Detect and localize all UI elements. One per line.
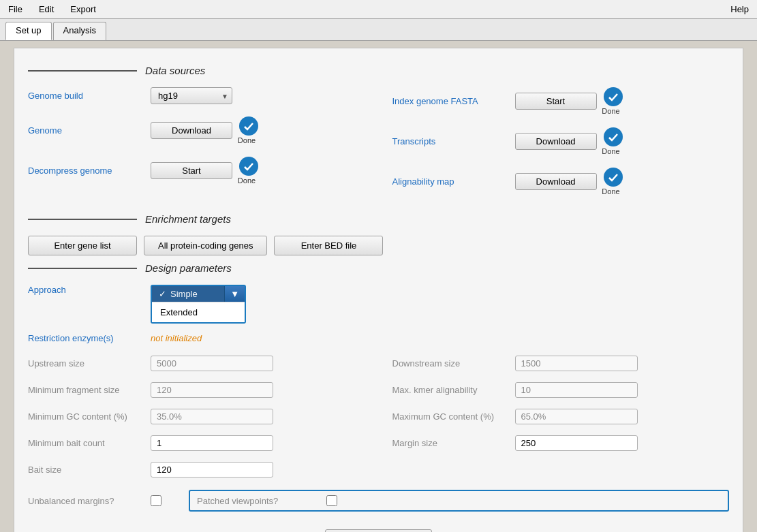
- bait-size-label: Bait size: [28, 465, 151, 475]
- design-params-grid: Upstream size Downstream size Minimum fr…: [28, 356, 729, 484]
- genome-build-select-wrapper: hg19 ▼: [151, 87, 232, 104]
- data-sources-grid: Genome build hg19 ▼ Genome Download Done: [28, 87, 729, 202]
- upstream-row: Upstream size: [28, 356, 365, 371]
- decompress-done-group: Done: [235, 157, 258, 185]
- min-fragment-row: Minimum fragment size: [28, 382, 365, 398]
- max-kmer-input[interactable]: [515, 382, 638, 398]
- genome-download-button[interactable]: Download: [151, 122, 232, 139]
- decompress-done-label: Done: [238, 176, 256, 185]
- unbalanced-margins-checkbox[interactable]: [151, 495, 161, 506]
- downstream-input[interactable]: [515, 356, 638, 371]
- enter-bed-file-button[interactable]: Enter BED file: [274, 236, 383, 255]
- restriction-not-initialized: not initialized: [151, 333, 202, 343]
- enrichment-header: Enrichment targets: [28, 213, 729, 225]
- genome-done-group: Done: [235, 116, 258, 144]
- restriction-enzyme-label: Restriction enzyme(s): [28, 333, 151, 343]
- min-gc-input[interactable]: [151, 409, 273, 424]
- genome-row: Genome Download Done: [28, 116, 365, 144]
- max-kmer-row: Max. kmer alignability: [392, 382, 730, 398]
- decompress-row: Decompress genome Start Done: [28, 157, 365, 185]
- menu-bar: File Edit Export Help: [0, 0, 757, 19]
- data-sources-title: Data sources: [145, 65, 205, 76]
- downstream-row: Downstream size: [392, 356, 730, 371]
- unbalanced-margins-label: Unbalanced margins?: [28, 496, 151, 506]
- menu-file[interactable]: File: [5, 3, 25, 16]
- data-sources-right: Index genome FASTA Start Done Transcript…: [392, 87, 730, 202]
- enrichment-title: Enrichment targets: [145, 213, 231, 225]
- genome-done-icon: [239, 116, 258, 136]
- alignability-row: Alignability map Download Done: [392, 168, 730, 195]
- max-kmer-label: Max. kmer alignability: [392, 385, 515, 395]
- patched-viewpoints-checkbox[interactable]: [326, 495, 337, 506]
- create-viewpoints-section: Create viewpoints!: [28, 521, 729, 532]
- min-bait-row: Minimum bait count: [28, 435, 365, 451]
- decompress-button[interactable]: Start: [151, 162, 232, 179]
- genome-build-row: Genome build hg19 ▼: [28, 87, 365, 104]
- enrichment-targets-row: Enter gene list All protein-coding genes…: [28, 236, 729, 255]
- transcripts-done-label: Done: [602, 147, 619, 155]
- min-bait-label: Minimum bait count: [28, 438, 151, 448]
- all-protein-coding-button[interactable]: All protein-coding genes: [144, 236, 267, 255]
- menu-edit[interactable]: Edit: [36, 3, 57, 16]
- alignability-done-group: Done: [600, 168, 623, 195]
- main-content: Data sources Genome build hg19 ▼ Genome …: [14, 48, 743, 532]
- alignability-label: Alignability map: [392, 176, 515, 187]
- patched-viewpoints-container: Patched viewpoints?: [189, 490, 729, 512]
- transcripts-label: Transcripts: [392, 136, 515, 146]
- data-sources-header: Data sources: [28, 65, 729, 76]
- upstream-label: Upstream size: [28, 358, 151, 369]
- alignability-done-label: Done: [602, 187, 619, 195]
- genome-build-select[interactable]: hg19: [151, 87, 232, 104]
- menu-export[interactable]: Export: [67, 3, 99, 16]
- decompress-done-icon: [239, 157, 258, 176]
- max-gc-row: Maximum GC content (%): [392, 409, 730, 424]
- empty-cell: [392, 462, 730, 484]
- enter-gene-list-button[interactable]: Enter gene list: [28, 236, 137, 255]
- downstream-label: Downstream size: [392, 358, 515, 369]
- approach-simple-label: Simple: [170, 289, 198, 299]
- index-done-icon: [604, 87, 623, 106]
- min-fragment-input[interactable]: [151, 382, 273, 398]
- max-gc-input[interactable]: [515, 409, 638, 424]
- alignability-download-button[interactable]: Download: [515, 173, 597, 190]
- enrichment-section-line: [28, 219, 137, 220]
- bait-size-row: Bait size: [28, 462, 365, 478]
- approach-dropdown-menu: Extended: [152, 302, 245, 322]
- transcripts-download-button[interactable]: Download: [515, 133, 597, 150]
- tab-bar: Set up Analysis: [0, 19, 757, 41]
- genome-done-label: Done: [238, 136, 256, 144]
- design-section-line: [28, 268, 137, 269]
- approach-arrow-button[interactable]: ▼: [224, 286, 245, 302]
- decompress-label: Decompress genome: [28, 166, 151, 176]
- alignability-done-icon: [604, 168, 623, 187]
- index-genome-label: Index genome FASTA: [392, 96, 515, 106]
- index-genome-row: Index genome FASTA Start Done: [392, 87, 730, 115]
- index-done-group: Done: [600, 87, 623, 115]
- menu-help[interactable]: Help: [728, 3, 752, 16]
- bait-size-input[interactable]: [151, 462, 273, 478]
- index-genome-button[interactable]: Start: [515, 93, 597, 110]
- approach-section: Approach ✓ Simple ▼ Extended Re: [28, 285, 729, 350]
- design-params-title: Design parameters: [145, 262, 232, 274]
- approach-row: Approach ✓ Simple ▼ Extended: [28, 285, 729, 324]
- approach-checkmark-icon: ✓: [159, 289, 166, 299]
- approach-extended-option[interactable]: Extended: [152, 304, 245, 321]
- upstream-input[interactable]: [151, 356, 273, 371]
- min-bait-input[interactable]: [151, 435, 273, 451]
- margin-size-row: Margin size: [392, 435, 730, 451]
- data-sources-left: Genome build hg19 ▼ Genome Download Done: [28, 87, 365, 202]
- approach-top: ✓ Simple ▼: [152, 286, 245, 302]
- tab-setup[interactable]: Set up: [5, 22, 52, 40]
- approach-simple-option[interactable]: ✓ Simple: [152, 286, 224, 302]
- min-gc-label: Minimum GC content (%): [28, 411, 151, 422]
- approach-label: Approach: [28, 285, 151, 295]
- menu-left: File Edit Export: [5, 3, 99, 16]
- approach-dropdown: ✓ Simple ▼ Extended: [151, 285, 246, 324]
- section-line-left: [28, 70, 137, 72]
- min-gc-row: Minimum GC content (%): [28, 409, 365, 424]
- genome-label: Genome: [28, 125, 151, 136]
- create-viewpoints-button[interactable]: Create viewpoints!: [325, 529, 432, 532]
- tab-analysis[interactable]: Analysis: [53, 22, 106, 40]
- margin-size-input[interactable]: [515, 435, 638, 451]
- max-gc-label: Maximum GC content (%): [392, 411, 515, 422]
